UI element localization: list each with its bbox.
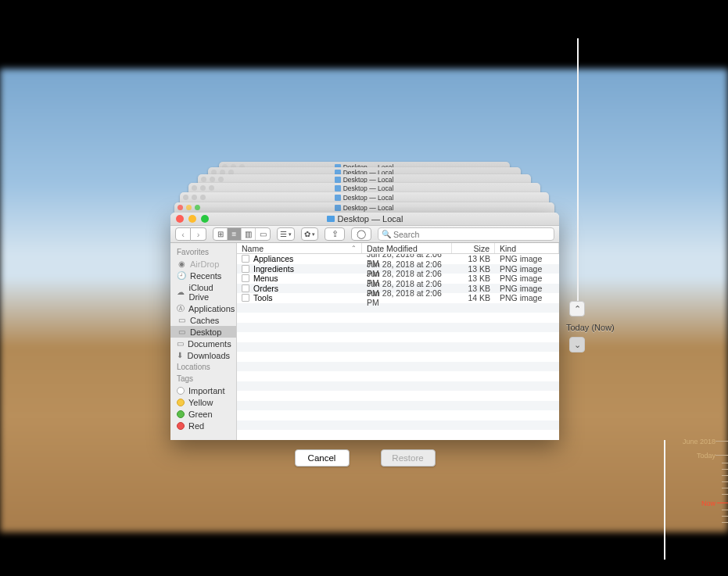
file-icon bbox=[242, 265, 249, 273]
callout-line-top bbox=[577, 38, 579, 301]
back-button[interactable]: ‹ bbox=[175, 227, 191, 241]
sidebar-tags-header: Tags bbox=[170, 373, 236, 385]
folder-icon bbox=[327, 216, 335, 222]
chevron-up-icon: ⌃ bbox=[574, 304, 581, 314]
sidebar-tag-yellow[interactable]: Yellow bbox=[170, 396, 236, 408]
table-row-empty bbox=[237, 420, 559, 431]
cancel-button[interactable]: Cancel bbox=[295, 449, 350, 467]
minimize-button[interactable] bbox=[188, 215, 196, 223]
sidebar-item-documents[interactable]: ▭Documents bbox=[170, 338, 236, 349]
file-icon bbox=[242, 255, 249, 263]
file-name: Appliances bbox=[253, 254, 293, 263]
table-row-empty bbox=[237, 352, 559, 362]
forward-button[interactable]: › bbox=[191, 227, 206, 241]
sort-asc-icon: ⌃ bbox=[351, 245, 357, 252]
action-dropdown[interactable]: ✿▾ bbox=[301, 227, 318, 241]
table-row-empty bbox=[237, 410, 559, 420]
sidebar-locations-header: Locations bbox=[170, 361, 236, 373]
icon-view-icon[interactable]: ⊞ bbox=[213, 228, 228, 240]
file-icon bbox=[242, 294, 249, 302]
cloud-icon: ☁ bbox=[177, 288, 185, 296]
sidebar: Favorites ◉AirDrop 🕘Recents ☁iCloud Driv… bbox=[170, 243, 237, 440]
table-row-empty bbox=[237, 332, 559, 342]
table-row-empty bbox=[237, 401, 559, 411]
sidebar-item-applications[interactable]: ⒶApplications bbox=[170, 302, 236, 314]
col-kind[interactable]: Kind bbox=[495, 243, 559, 253]
search-field[interactable]: 🔍 bbox=[378, 227, 554, 241]
table-row-empty bbox=[237, 391, 559, 401]
file-kind: PNG image bbox=[495, 284, 559, 293]
file-size: 13 KB bbox=[452, 254, 495, 263]
tag-icon: ◯ bbox=[357, 229, 366, 239]
tag-dot-icon bbox=[177, 387, 185, 395]
table-row-empty bbox=[237, 371, 559, 381]
search-icon: 🔍 bbox=[382, 230, 391, 238]
timeline-tick-label: June 2018 bbox=[683, 438, 715, 445]
file-icon bbox=[242, 274, 249, 282]
table-row-empty bbox=[237, 313, 559, 323]
timeline-tick-label: Today bbox=[697, 452, 715, 460]
tags-button[interactable]: ◯ bbox=[351, 227, 371, 241]
file-kind: PNG image bbox=[495, 293, 559, 302]
timeline-next-button[interactable]: ⌄ bbox=[569, 337, 585, 352]
zoom-button[interactable] bbox=[201, 215, 209, 223]
table-row-empty bbox=[237, 303, 559, 313]
documents-icon: ▭ bbox=[177, 340, 184, 348]
sidebar-item-caches[interactable]: ▭Caches bbox=[170, 314, 236, 326]
search-input[interactable] bbox=[393, 230, 550, 239]
share-icon: ⇪ bbox=[332, 229, 339, 239]
sidebar-item-airdrop[interactable]: ◉AirDrop bbox=[170, 258, 236, 270]
file-list: Name⌃ Date Modified Size Kind Appliances… bbox=[237, 243, 559, 440]
table-row-empty bbox=[237, 323, 559, 333]
gear-icon: ✿ bbox=[304, 230, 310, 238]
restore-button[interactable]: Restore bbox=[381, 449, 436, 467]
toolbar: ‹ › ⊞ ≡ ▥ ▭ ☰▾ ✿▾ ⇪ ◯ 🔍 bbox=[170, 226, 559, 243]
file-size: 13 KB bbox=[452, 284, 495, 293]
sidebar-tag-important[interactable]: Important bbox=[170, 385, 236, 396]
gallery-view-icon[interactable]: ▭ bbox=[256, 228, 270, 240]
table-row-empty bbox=[237, 362, 559, 372]
file-name: Orders bbox=[253, 284, 278, 293]
sidebar-item-icloud[interactable]: ☁iCloud Drive bbox=[170, 281, 236, 302]
file-kind: PNG image bbox=[495, 264, 559, 274]
sidebar-item-recents[interactable]: 🕘Recents bbox=[170, 270, 236, 281]
file-kind: PNG image bbox=[495, 274, 559, 283]
share-button[interactable]: ⇪ bbox=[325, 227, 345, 241]
sidebar-tag-red[interactable]: Red bbox=[170, 420, 236, 431]
table-row[interactable]: ToolsJun 28, 2018 at 2:06 PM14 KBPNG ima… bbox=[237, 293, 559, 303]
table-row-empty bbox=[237, 342, 559, 352]
timeline-scale[interactable]: June 2018 Today Now bbox=[714, 75, 728, 524]
timeline-prev-button[interactable]: ⌃ bbox=[569, 301, 585, 317]
close-button[interactable] bbox=[176, 215, 184, 223]
file-size: 14 KB bbox=[452, 293, 495, 302]
window-title: Desktop — Local bbox=[338, 214, 403, 224]
timeline-current-label: Today (Now) bbox=[566, 323, 615, 332]
sidebar-favorites-header: Favorites bbox=[170, 246, 236, 258]
list-view-icon[interactable]: ≡ bbox=[228, 228, 242, 240]
file-name: Ingredients bbox=[253, 264, 294, 274]
desktop-icon: ▭ bbox=[177, 328, 186, 336]
file-size: 13 KB bbox=[452, 264, 495, 274]
table-row-empty bbox=[237, 381, 559, 392]
column-view-icon[interactable]: ▥ bbox=[242, 228, 256, 240]
tag-dot-icon bbox=[177, 410, 185, 418]
view-switcher[interactable]: ⊞ ≡ ▥ ▭ bbox=[213, 227, 271, 241]
file-size: 13 KB bbox=[452, 274, 495, 283]
sidebar-item-downloads[interactable]: ⬇Downloads bbox=[170, 349, 236, 361]
group-dropdown[interactable]: ☰▾ bbox=[277, 227, 295, 241]
tag-dot-icon bbox=[177, 399, 185, 406]
column-headers: Name⌃ Date Modified Size Kind bbox=[237, 243, 559, 254]
col-size[interactable]: Size bbox=[452, 243, 495, 253]
file-name: Tools bbox=[253, 293, 273, 302]
col-date[interactable]: Date Modified bbox=[362, 243, 452, 253]
tag-dot-icon bbox=[177, 422, 185, 430]
downloads-icon: ⬇ bbox=[177, 352, 184, 360]
titlebar: Desktop — Local bbox=[170, 213, 559, 226]
sidebar-tag-green[interactable]: Green bbox=[170, 408, 236, 420]
apps-icon: Ⓐ bbox=[177, 305, 185, 313]
sidebar-item-desktop[interactable]: ▭Desktop bbox=[170, 326, 236, 338]
file-kind: PNG image bbox=[495, 254, 559, 263]
airdrop-icon: ◉ bbox=[177, 260, 186, 268]
col-name[interactable]: Name⌃ bbox=[237, 243, 362, 253]
callout-line-bottom bbox=[664, 440, 665, 560]
